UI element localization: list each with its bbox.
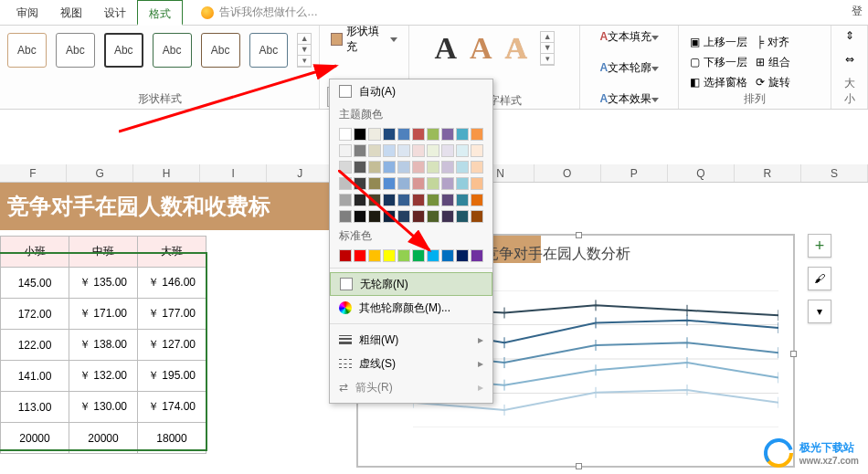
color-swatch[interactable] <box>456 249 469 262</box>
tell-me[interactable]: 告诉我你想做什么… <box>201 5 318 20</box>
selection-pane-button[interactable]: ◧选择窗格 <box>686 73 750 91</box>
chart-plus-button[interactable]: + <box>808 234 831 258</box>
column-header[interactable]: Q <box>668 164 735 182</box>
table-cell[interactable]: 18000 <box>138 423 206 454</box>
outline-auto[interactable]: 自动(A) <box>330 79 492 103</box>
color-swatch[interactable] <box>471 144 483 157</box>
color-swatch[interactable] <box>397 210 410 223</box>
color-swatch[interactable] <box>368 210 381 223</box>
color-swatch[interactable] <box>412 161 425 174</box>
bring-forward-button[interactable]: ▣上移一层 <box>686 33 750 51</box>
outline-arrows[interactable]: ⇄箭头(R)▸ <box>330 375 492 399</box>
column-header[interactable]: H <box>133 164 200 182</box>
no-outline[interactable]: 无轮廓(N) <box>330 272 492 296</box>
table-row[interactable]: 141.00￥ 132.00￥ 195.00 <box>1 361 206 392</box>
table-cell[interactable]: 20000 <box>69 423 138 454</box>
wordart-preset[interactable]: A <box>434 31 457 66</box>
color-swatch[interactable] <box>354 128 366 141</box>
text-effects-button[interactable]: A文本效果 <box>599 91 659 107</box>
color-swatch[interactable] <box>441 249 454 262</box>
table-header[interactable]: 小班 <box>1 237 69 268</box>
shape-fill-button[interactable]: 形状填充 <box>327 29 401 49</box>
send-backward-button[interactable]: ▢下移一层 <box>686 53 750 71</box>
color-swatch[interactable] <box>368 177 381 190</box>
text-fill-button[interactable]: A文本填充 <box>599 29 659 45</box>
color-swatch[interactable] <box>471 210 483 223</box>
shape-style-preset[interactable]: Abc <box>153 33 192 68</box>
color-swatch[interactable] <box>368 128 381 141</box>
tab-design[interactable]: 设计 <box>93 0 137 26</box>
table-header[interactable]: 中班 <box>69 237 138 268</box>
size-height-icon[interactable]: ⇕ <box>845 29 854 42</box>
color-swatch[interactable] <box>354 194 366 206</box>
color-swatch[interactable] <box>354 144 366 157</box>
tab-view[interactable]: 视图 <box>49 0 93 26</box>
table-row[interactable]: 172.00￥ 171.00￥ 177.00 <box>1 299 206 330</box>
column-header[interactable]: S <box>801 164 868 182</box>
color-swatch[interactable] <box>354 210 366 223</box>
login-button[interactable]: 登 <box>852 4 863 19</box>
shape-style-preset[interactable]: Abc <box>104 33 143 68</box>
table-cell[interactable]: 122.00 <box>1 330 69 361</box>
color-swatch[interactable] <box>456 194 469 206</box>
table-cell[interactable]: 172.00 <box>1 299 69 330</box>
color-swatch[interactable] <box>339 144 352 157</box>
table-cell[interactable]: ￥ 174.00 <box>138 392 206 423</box>
color-swatch[interactable] <box>456 128 469 141</box>
table-cell[interactable]: ￥ 138.00 <box>69 330 138 361</box>
color-swatch[interactable] <box>427 177 439 190</box>
color-swatch[interactable] <box>427 144 439 157</box>
table-cell[interactable]: ￥ 127.00 <box>138 330 206 361</box>
color-swatch[interactable] <box>412 210 425 223</box>
text-outline-button[interactable]: A文本轮廓 <box>599 60 659 76</box>
column-header[interactable]: P <box>601 164 668 182</box>
outline-weight[interactable]: 粗细(W)▸ <box>330 328 492 352</box>
table-row[interactable]: 122.00￥ 138.00￥ 127.00 <box>1 330 206 361</box>
table-cell[interactable]: 113.00 <box>1 392 69 423</box>
color-swatch[interactable] <box>456 161 469 174</box>
color-swatch[interactable] <box>397 177 410 190</box>
color-swatch[interactable] <box>383 128 396 141</box>
color-swatch[interactable] <box>471 177 483 190</box>
table-cell[interactable]: ￥ 177.00 <box>138 299 206 330</box>
color-swatch[interactable] <box>427 249 439 262</box>
table-header[interactable]: 大班 <box>138 237 206 268</box>
color-swatch[interactable] <box>412 177 425 190</box>
color-swatch[interactable] <box>427 210 439 223</box>
color-swatch[interactable] <box>354 161 366 174</box>
color-swatch[interactable] <box>471 161 483 174</box>
table-cell[interactable]: ￥ 132.00 <box>69 361 138 392</box>
tab-format[interactable]: 格式 <box>137 0 183 26</box>
color-swatch[interactable] <box>368 144 381 157</box>
wordart-preset[interactable]: A <box>470 31 492 66</box>
color-swatch[interactable] <box>441 210 454 223</box>
color-swatch[interactable] <box>368 194 381 206</box>
color-swatch[interactable] <box>354 249 366 262</box>
chart-title[interactable]: 竞争对手在园人数分析 <box>484 245 630 264</box>
chart-brush-button[interactable]: 🖌 <box>808 267 831 290</box>
color-swatch[interactable] <box>412 194 425 206</box>
shape-style-preset[interactable]: Abc <box>201 33 240 68</box>
data-table[interactable]: 小班中班大班 145.00￥ 135.00￥ 146.00172.00￥ 171… <box>0 236 206 454</box>
color-swatch[interactable] <box>412 144 425 157</box>
color-swatch[interactable] <box>456 144 469 157</box>
column-header[interactable]: R <box>735 164 801 182</box>
color-swatch[interactable] <box>456 210 469 223</box>
color-swatch[interactable] <box>383 161 396 174</box>
size-width-icon[interactable]: ⇔ <box>845 53 854 66</box>
shape-style-preset[interactable]: Abc <box>249 33 289 68</box>
color-swatch[interactable] <box>427 194 439 206</box>
color-swatch[interactable] <box>397 249 410 262</box>
align-button[interactable]: ╞对齐 <box>752 33 816 51</box>
group-button[interactable]: ⊞组合 <box>752 53 816 71</box>
rotate-button[interactable]: ⟳旋转 <box>752 73 816 91</box>
color-swatch[interactable] <box>427 128 439 141</box>
tab-review[interactable]: 审阅 <box>5 0 49 26</box>
column-header[interactable]: J <box>267 164 333 182</box>
color-swatch[interactable] <box>397 194 410 206</box>
color-swatch[interactable] <box>427 161 439 174</box>
color-swatch[interactable] <box>456 177 469 190</box>
color-swatch[interactable] <box>383 210 396 223</box>
color-swatch[interactable] <box>397 161 410 174</box>
table-row[interactable]: 113.00￥ 130.00￥ 174.00 <box>1 392 206 423</box>
